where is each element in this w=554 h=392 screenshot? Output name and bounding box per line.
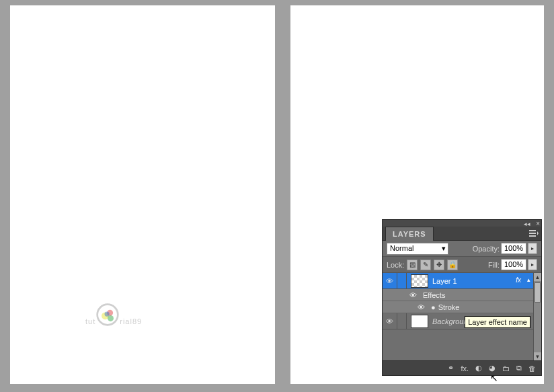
fill-flyout-icon[interactable]: ▸ (528, 259, 537, 270)
panel-tabs: LAYERS (383, 227, 541, 241)
blend-opacity-row: Normal Opacity: 100% ▸ (383, 241, 541, 257)
layer-row-background[interactable]: 👁 Background Layer effect name (383, 313, 533, 329)
fill-input[interactable]: 100% (501, 259, 526, 270)
effects-collapse-icon[interactable]: ▴ (527, 276, 530, 283)
bullet-icon: ● (431, 303, 436, 311)
watermark-text-right: rial89 (120, 317, 142, 325)
panel-header-strip[interactable]: ◂◂ × (383, 220, 541, 227)
lock-all-icon[interactable]: 🔒 (447, 260, 458, 270)
add-style-icon[interactable]: fx. (461, 364, 469, 373)
visibility-toggle-icon[interactable]: 👁 (383, 313, 397, 329)
new-group-icon[interactable]: 🗀 (502, 364, 510, 373)
layer-thumbnail[interactable] (411, 315, 428, 328)
watermark-text-left: tut (85, 317, 95, 325)
lock-position-icon[interactable]: ✥ (434, 260, 444, 270)
opacity-input[interactable]: 100% (501, 243, 526, 254)
blend-mode-select[interactable]: Normal (387, 243, 448, 255)
scroll-thumb[interactable] (535, 282, 541, 303)
empty-layer-area (383, 329, 533, 360)
link-column (397, 273, 407, 289)
opacity-label: Opacity: (473, 245, 500, 253)
layer-name[interactable]: Layer 1 (432, 277, 457, 285)
lock-fill-row: Lock: ▨ ✎ ✥ 🔒 Fill: 100% ▸ (383, 257, 541, 273)
tutorial89-logo-icon (95, 303, 120, 327)
lock-pixels-icon[interactable]: ✎ (420, 260, 431, 270)
tooltip: Layer effect name (465, 316, 530, 328)
add-mask-icon[interactable]: ◐ (475, 364, 482, 373)
adjustment-layer-icon[interactable]: ◕ (489, 364, 496, 373)
new-layer-icon[interactable]: ⧉ (516, 364, 522, 373)
fill-label: Fill: (488, 261, 500, 269)
layers-scrollbar[interactable]: ▲ ▼ (533, 273, 541, 360)
link-column (397, 313, 407, 329)
effects-label: Effects (423, 291, 445, 299)
svg-point-3 (108, 315, 114, 321)
layers-footer: ⚭ fx. ◐ ◕ 🗀 ⧉ 🗑 (383, 360, 541, 375)
layers-panel: ◂◂ × LAYERS Normal Opacity: 100% ▸ Lock:… (382, 219, 542, 376)
tab-layers[interactable]: LAYERS (385, 227, 434, 241)
layers-list-wrap: 👁 Layer 1 fx ▴ 👁 Effects 👁 ● Stroke 👁 (383, 273, 541, 360)
fx-badge[interactable]: fx (516, 276, 521, 284)
panel-menu-icon[interactable] (529, 230, 539, 237)
delete-layer-icon[interactable]: 🗑 (528, 364, 536, 373)
visibility-toggle-icon[interactable]: 👁 (407, 291, 419, 299)
scroll-up-icon[interactable]: ▲ (534, 273, 541, 281)
svg-point-4 (105, 312, 110, 317)
layer-thumbnail[interactable] (411, 274, 428, 288)
watermark-logo: tutrial89 (85, 302, 142, 330)
effect-item-stroke[interactable]: 👁 ● Stroke (383, 301, 533, 313)
layer-row-layer1[interactable]: 👁 Layer 1 fx ▴ (383, 273, 533, 289)
layers-list: 👁 Layer 1 fx ▴ 👁 Effects 👁 ● Stroke 👁 (383, 273, 541, 360)
opacity-flyout-icon[interactable]: ▸ (528, 243, 537, 254)
visibility-toggle-icon[interactable]: 👁 (415, 303, 427, 311)
effect-name: Stroke (438, 303, 460, 311)
link-layers-icon[interactable]: ⚭ (448, 364, 454, 373)
lock-buttons: ▨ ✎ ✥ 🔒 (407, 260, 458, 270)
scroll-down-icon[interactable]: ▼ (534, 352, 541, 360)
effects-header-row[interactable]: 👁 Effects (383, 289, 533, 301)
canvas-left: tutrial89 (10, 5, 275, 384)
visibility-toggle-icon[interactable]: 👁 (383, 273, 397, 289)
lock-transparent-icon[interactable]: ▨ (407, 260, 418, 270)
lock-label: Lock: (387, 261, 404, 269)
